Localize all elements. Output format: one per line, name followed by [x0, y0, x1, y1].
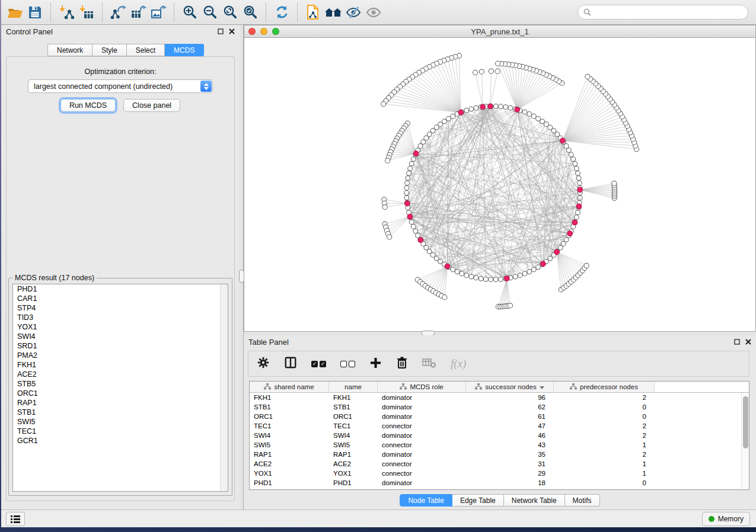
cell-shared-name[interactable]: SWI5	[250, 440, 329, 450]
cell-name[interactable]: SWI5	[329, 440, 378, 450]
cell-predecessor-nodes[interactable]: 2	[554, 393, 655, 402]
cell-mcds-role[interactable]: dominator	[378, 393, 466, 402]
tab-mcds[interactable]: MCDS	[165, 44, 204, 56]
table-row[interactable]: ORC1ORC1dominator610	[250, 412, 749, 421]
mcds-result-item[interactable]: RAP1	[13, 398, 228, 408]
open-file-icon[interactable]	[5, 2, 25, 23]
cell-predecessor-nodes[interactable]: 2	[554, 421, 655, 431]
cell-name[interactable]: SWI4	[329, 431, 378, 440]
cell-successor-nodes[interactable]: 31	[466, 459, 554, 469]
mcds-result-item[interactable]: ACE2	[13, 370, 228, 379]
cell-mcds-role[interactable]: dominator	[378, 431, 466, 440]
table-row[interactable]: SWI5SWI5connector431	[250, 440, 749, 450]
cell-predecessor-nodes[interactable]: 0	[554, 412, 655, 421]
mcds-result-item[interactable]: TEC1	[13, 427, 228, 436]
table-row[interactable]: ACE2ACE2connector311	[250, 459, 749, 469]
table-tab-edge-table[interactable]: Edge Table	[452, 494, 504, 507]
close-panel-button[interactable]: Close panel	[123, 99, 180, 112]
add-icon[interactable]	[369, 357, 382, 371]
cell-shared-name[interactable]: RAP1	[250, 450, 329, 459]
cell-successor-nodes[interactable]: 62	[466, 402, 554, 412]
cell-name[interactable]: FKH1	[329, 393, 378, 402]
cell-predecessor-nodes[interactable]: 2	[554, 450, 655, 459]
cell-mcds-role[interactable]: connector	[378, 421, 466, 431]
cell-successor-nodes[interactable]: 43	[466, 440, 554, 450]
table-row[interactable]: PHD1PHD1dominator180	[250, 478, 749, 488]
mcds-result-item[interactable]: YOX1	[13, 322, 228, 332]
cell-predecessor-nodes[interactable]: 1	[554, 469, 655, 478]
table-row[interactable]: YOX1YOX1connector291	[250, 469, 749, 478]
cell-name[interactable]: STB1	[329, 402, 378, 412]
float-panel-icon[interactable]	[734, 339, 740, 345]
cell-shared-name[interactable]: PHD1	[250, 478, 329, 488]
mcds-result-item[interactable]: SWI5	[13, 417, 228, 427]
cell-predecessor-nodes[interactable]: 0	[554, 478, 655, 488]
home-networks-icon[interactable]	[323, 2, 343, 23]
mcds-result-item[interactable]: STB5	[13, 379, 228, 389]
cell-successor-nodes[interactable]: 96	[466, 393, 554, 402]
cell-shared-name[interactable]: STB1	[250, 402, 329, 412]
cell-mcds-role[interactable]: dominator	[378, 478, 466, 488]
cell-shared-name[interactable]: ORC1	[250, 412, 329, 421]
zoom-selected-icon[interactable]	[240, 2, 260, 23]
zoom-in-icon[interactable]	[180, 2, 200, 23]
import-network-icon[interactable]	[56, 2, 76, 23]
mcds-result-item[interactable]: SWI4	[13, 332, 228, 341]
cell-name[interactable]: ORC1	[329, 412, 378, 421]
delete-icon[interactable]	[396, 356, 408, 371]
mcds-result-item[interactable]: FKH1	[13, 360, 228, 370]
float-panel-icon[interactable]	[218, 28, 224, 34]
cell-name[interactable]: RAP1	[329, 450, 378, 459]
share-document-icon[interactable]	[303, 2, 323, 23]
mcds-result-item[interactable]: STB1	[13, 408, 228, 417]
mcds-result-item[interactable]: STP4	[13, 303, 228, 313]
deselect-all-icon[interactable]	[340, 361, 355, 367]
network-view-titlebar[interactable]: YPA_prune.txt_1	[244, 25, 756, 38]
mcds-result-item[interactable]: CAR1	[13, 294, 228, 303]
table-row[interactable]: FKH1FKH1dominator962	[250, 393, 749, 402]
column-header-shared-name[interactable]: shared name	[250, 382, 329, 392]
export-table-icon[interactable]	[128, 2, 148, 23]
cell-mcds-role[interactable]: dominator	[378, 402, 466, 412]
cell-successor-nodes[interactable]: 18	[466, 478, 554, 488]
table-row[interactable]: RAP1RAP1dominator352	[250, 450, 749, 459]
cell-shared-name[interactable]: TEC1	[250, 421, 329, 431]
cell-name[interactable]: YOX1	[329, 469, 378, 478]
table-row[interactable]: SWI4SWI4dominator462	[250, 431, 749, 440]
export-image-icon[interactable]	[148, 2, 168, 23]
close-panel-icon[interactable]	[745, 339, 751, 345]
mcds-result-item[interactable]: PHD1	[13, 284, 228, 294]
mcds-list-scrollbar[interactable]	[220, 284, 228, 491]
select-all-icon[interactable]: ✓✓	[311, 361, 326, 367]
cell-mcds-role[interactable]: connector	[378, 440, 466, 450]
cell-shared-name[interactable]: FKH1	[250, 393, 329, 402]
tab-style[interactable]: Style	[92, 44, 127, 56]
zoom-out-icon[interactable]	[200, 2, 220, 23]
column-header-mcds-role[interactable]: MCDS role	[378, 382, 466, 392]
zoom-fit-icon[interactable]	[220, 2, 240, 23]
mcds-result-item[interactable]: PMA2	[13, 351, 228, 360]
search-input[interactable]	[591, 8, 742, 17]
network-canvas[interactable]	[244, 38, 756, 332]
table-tab-motifs[interactable]: Motifs	[565, 494, 600, 507]
table-tab-node-table[interactable]: Node Table	[400, 494, 452, 507]
tab-network[interactable]: Network	[47, 44, 92, 56]
mcds-result-item[interactable]: SRD1	[13, 341, 228, 351]
tab-select[interactable]: Select	[127, 44, 165, 56]
cell-shared-name[interactable]: ACE2	[250, 459, 329, 469]
task-history-button[interactable]	[6, 512, 25, 526]
cell-shared-name[interactable]: YOX1	[250, 469, 329, 478]
mcds-result-list[interactable]: PHD1CAR1STP4TID3YOX1SWI4SRD1PMA2FKH1ACE2…	[12, 284, 228, 492]
search-box[interactable]	[578, 5, 748, 20]
gear-icon[interactable]	[257, 356, 270, 371]
cell-mcds-role[interactable]: dominator	[378, 450, 466, 459]
criterion-dropdown[interactable]: largest connected component (undirected)	[28, 79, 213, 93]
cell-name[interactable]: TEC1	[329, 421, 378, 431]
table-scrollbar[interactable]	[741, 393, 749, 489]
cell-successor-nodes[interactable]: 47	[466, 421, 554, 431]
cell-mcds-role[interactable]: dominator	[378, 412, 466, 421]
mcds-result-item[interactable]: GCR1	[13, 436, 228, 446]
cell-predecessor-nodes[interactable]: 0	[554, 402, 655, 412]
vertical-splitter[interactable]	[240, 25, 244, 509]
cell-predecessor-nodes[interactable]: 1	[554, 440, 655, 450]
